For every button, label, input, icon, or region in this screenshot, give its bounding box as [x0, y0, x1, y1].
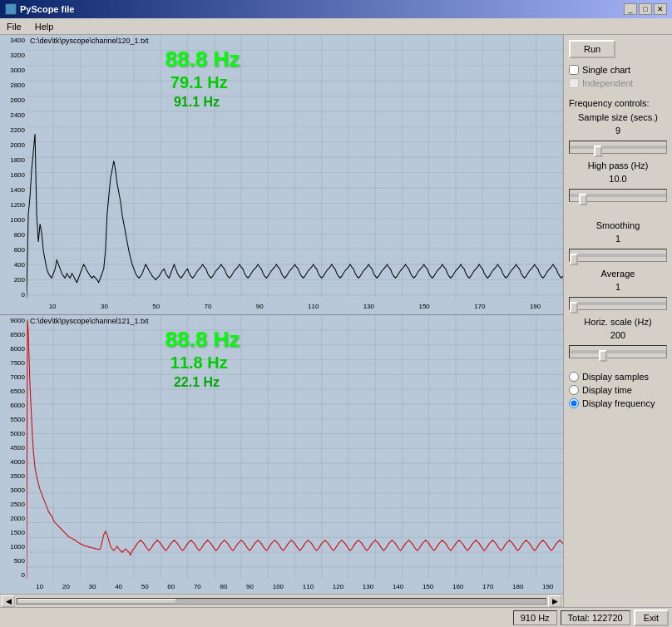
average-value: 1: [569, 282, 667, 292]
chart1-x-axis: 10 30 50 70 90 110 130 150 170 190: [27, 299, 563, 314]
window-title: PyScope file: [20, 4, 74, 14]
chart1-svg: [27, 35, 563, 314]
run-button[interactable]: Run: [569, 40, 615, 58]
display-frequency-label: Display frequency: [582, 398, 655, 408]
high-pass-slider[interactable]: [569, 189, 667, 202]
chart2-freq1: 88.8 Hz: [166, 327, 240, 353]
total-label: Total: 122720: [561, 610, 630, 625]
scroll-left-btn[interactable]: ◀: [2, 595, 15, 607]
title-bar: PyScope file _ □ ✕: [0, 0, 672, 18]
scroll-thumb[interactable]: [17, 599, 176, 604]
chart1-freq1: 88.8 Hz: [166, 47, 240, 72]
smoothing-value: 1: [569, 234, 667, 244]
chart2-freq2: 11.8 Hz: [170, 353, 228, 373]
chart1-freq2: 79.1 Hz: [170, 73, 228, 92]
scroll-right-btn[interactable]: ▶: [548, 595, 561, 607]
sample-size-value: 9: [569, 126, 667, 136]
sample-size-slider[interactable]: [569, 141, 667, 154]
chart1-freq3: 91.1 Hz: [174, 95, 220, 110]
app-icon: [5, 3, 17, 15]
menu-help[interactable]: Help: [32, 21, 57, 32]
exit-button[interactable]: Exit: [634, 610, 669, 626]
independent-checkbox[interactable]: [569, 78, 579, 88]
charts-area: 3400 3200 3000 2800 2600 2400 2200 2000 …: [0, 35, 564, 607]
chart1-title: C:\dev\tk\pyscope\channel120_1.txt: [30, 37, 149, 45]
status-bar: 910 Hz Total: 122720 Exit: [0, 607, 672, 627]
high-pass-value: 10.0: [569, 174, 667, 184]
horiz-scale-slider[interactable]: [569, 345, 667, 358]
chart2-svg: [27, 315, 563, 595]
single-chart-checkbox[interactable]: [569, 65, 579, 75]
main-content: 3400 3200 3000 2800 2600 2400 2200 2000 …: [0, 35, 672, 607]
independent-label: Independent: [582, 78, 633, 88]
smoothing-label: Smoothing: [569, 220, 667, 230]
high-pass-label: High pass (Hz): [569, 160, 667, 170]
frequency-controls-label: Frequency controls:: [569, 98, 667, 108]
smoothing-slider[interactable]: [569, 249, 667, 262]
horiz-scale-value: 200: [569, 330, 667, 340]
display-samples-radio[interactable]: [569, 372, 579, 382]
sample-count: 910 Hz: [513, 610, 557, 625]
average-label: Average: [569, 269, 667, 279]
chart2-container: 9000 8500 8000 7500 7000 6500 6000 5500 …: [0, 315, 563, 595]
display-time-radio[interactable]: [569, 385, 579, 395]
single-chart-label: Single chart: [582, 65, 630, 75]
chart1-container: 3400 3200 3000 2800 2600 2400 2200 2000 …: [0, 35, 563, 315]
minimize-button[interactable]: _: [624, 3, 637, 15]
chart2-freq3: 22.1 Hz: [174, 375, 220, 390]
horizontal-scrollbar[interactable]: ◀ ▶: [0, 594, 563, 607]
maximize-button[interactable]: □: [639, 3, 652, 15]
display-samples-label: Display samples: [582, 372, 649, 382]
menu-file[interactable]: File: [3, 21, 25, 32]
chart2-y-axis: 9000 8500 8000 7500 7000 6500 6000 5500 …: [0, 315, 27, 595]
menu-bar: File Help: [0, 18, 672, 35]
display-frequency-radio[interactable]: [569, 398, 579, 408]
chart1-y-axis: 3400 3200 3000 2800 2600 2400 2200 2000 …: [0, 35, 27, 314]
average-slider[interactable]: [569, 297, 667, 310]
horiz-scale-label: Horiz. scale (Hz): [569, 317, 667, 327]
chart2-title: C:\dev\tk\pyscope\channel121_1.txt: [30, 317, 149, 325]
close-button[interactable]: ✕: [654, 3, 667, 15]
chart2-x-axis: 10 20 30 40 50 60 70 80 90 100 110 120 1…: [27, 579, 563, 594]
sidebar: Run Single chart Independent Frequency c…: [564, 35, 672, 607]
scroll-track[interactable]: [17, 598, 546, 605]
display-time-label: Display time: [582, 385, 632, 395]
sample-size-label: Sample size (secs.): [569, 112, 667, 122]
